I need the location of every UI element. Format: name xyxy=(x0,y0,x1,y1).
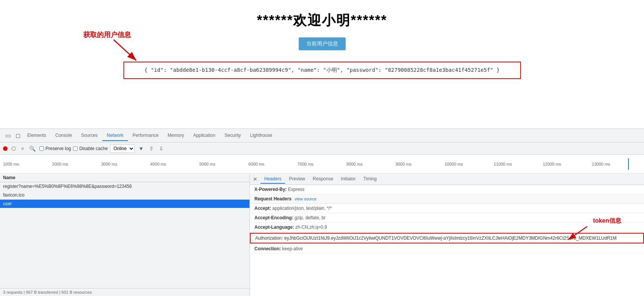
token-annotation-label: token信息 xyxy=(593,217,621,225)
clear-button[interactable]: ⎔ xyxy=(10,145,17,152)
devtools-panel: ▭ ◻ Elements Console Sources Network Per… xyxy=(0,129,644,296)
disable-cache-checkbox[interactable] xyxy=(73,146,78,151)
preserve-log-text: Preserve log xyxy=(45,146,71,151)
view-source-link[interactable]: view source xyxy=(295,197,317,201)
timeline-label-1: 1000 ms xyxy=(3,162,52,166)
tab-sources[interactable]: Sources xyxy=(76,130,102,141)
timeline-label-8: 8000 ms xyxy=(346,162,396,166)
devtools-tabs: ▭ ◻ Elements Console Sources Network Per… xyxy=(0,129,644,143)
xpoweredby-row: X-Powered-By: Express xyxy=(250,185,644,194)
detail-content: X-Powered-By: Express Request Headers vi… xyxy=(250,185,644,296)
xpoweredby-key: X-Powered-By: xyxy=(254,187,287,192)
detail-tab-preview[interactable]: Preview xyxy=(285,175,309,184)
request-item-register-name: register?name=%E5%B0%8F%E6%98%8E&passwor… xyxy=(3,184,132,189)
timeline-marker xyxy=(628,158,629,170)
devtools-responsive-button[interactable]: ◻ xyxy=(13,130,23,141)
accept-language-key: Accept-Language: xyxy=(254,225,294,230)
request-headers-section: Request Headers view source xyxy=(250,194,644,204)
token-annotation-arrow xyxy=(561,225,591,243)
request-item-favicon[interactable]: favicon.ico xyxy=(0,191,249,200)
json-display: { "id": "abdde8e1-b130-4ccf-a8cf-ba62389… xyxy=(123,62,521,79)
timeline-label-12: 12000 ms xyxy=(543,162,592,166)
user-info-button[interactable]: 当前用户信息 xyxy=(299,37,346,50)
network-throttle-select[interactable]: Online xyxy=(110,144,135,153)
request-list-header: Name xyxy=(0,174,249,182)
search-button[interactable]: 🔍 xyxy=(28,145,37,152)
request-item-register[interactable]: register?name=%E5%B0%8F%E6%98%8E&passwor… xyxy=(0,182,249,191)
detail-tab-headers[interactable]: Headers xyxy=(260,175,285,184)
preserve-log-label[interactable]: Preserve log xyxy=(39,146,71,151)
timeline-label-13: 13000 ms xyxy=(592,162,641,166)
request-item-favicon-name: favicon.ico xyxy=(3,192,25,198)
tab-memory[interactable]: Memory xyxy=(163,130,189,141)
timeline-label-10: 10000 ms xyxy=(444,162,494,166)
accept-language-val: zh-CN,zh;q=0.9 xyxy=(295,225,327,230)
timeline-label-5: 5000 ms xyxy=(199,162,248,166)
network-panel: Name register?name=%E5%B0%8F%E6%98%8E&pa… xyxy=(0,174,644,296)
import-button[interactable]: ⇧ xyxy=(148,145,155,152)
detail-close-button[interactable]: ✕ xyxy=(250,175,260,184)
request-item-user[interactable]: user xyxy=(0,200,249,208)
timeline-label-11: 11000 ms xyxy=(494,162,543,166)
devtools-dock-button[interactable]: ▭ xyxy=(3,130,13,141)
detail-tabs: ✕ Headers Preview Response Initiator Tim… xyxy=(250,174,644,185)
timeline-label-2: 2000 ms xyxy=(52,162,101,166)
timeline-label-7: 7000 ms xyxy=(298,162,347,166)
record-button[interactable] xyxy=(3,146,8,151)
throttle-arrow[interactable]: ▼ xyxy=(137,145,145,152)
request-item-user-name: user xyxy=(3,201,12,206)
xpoweredby-val: Express xyxy=(288,187,304,192)
svg-line-3 xyxy=(568,226,587,240)
detail-panel: ✕ Headers Preview Response Initiator Tim… xyxy=(250,174,644,296)
timeline-label-9: 9000 ms xyxy=(396,162,445,166)
detail-tab-timing[interactable]: Timing xyxy=(359,175,380,184)
accept-val: application/json, text/plain, */* xyxy=(272,206,332,211)
export-button[interactable]: ⇩ xyxy=(157,145,165,152)
detail-tab-initiator[interactable]: Initiator xyxy=(337,175,359,184)
tab-lighthouse[interactable]: Lighthouse xyxy=(245,130,277,141)
accept-row: Accept: application/json, text/plain, */… xyxy=(250,204,644,213)
accept-key: Accept: xyxy=(254,206,271,211)
main-page: ******欢迎小明****** 当前用户信息 获取的用户信息 { "id": … xyxy=(0,0,644,129)
tab-security[interactable]: Security xyxy=(220,130,245,141)
devtools-toolbar: ⎔ ▿ 🔍 Preserve log Disable cache Online … xyxy=(0,143,644,155)
accept-encoding-val: gzip, deflate, br xyxy=(295,215,326,220)
timeline-label-3: 3000 ms xyxy=(101,162,150,166)
disable-cache-label[interactable]: Disable cache xyxy=(73,146,108,151)
request-list-footer: 3 requests | 967 B transferred | 601 B r… xyxy=(0,288,249,296)
page-title: ******欢迎小明****** xyxy=(257,11,387,30)
request-headers-label: Request Headers xyxy=(254,196,292,201)
filter-button[interactable]: ▿ xyxy=(20,145,25,152)
auth-key: Authorization: xyxy=(255,236,283,241)
connection-key: Connection: xyxy=(254,246,281,251)
timeline-label-6: 6000 ms xyxy=(248,162,298,166)
svg-line-1 xyxy=(114,40,136,60)
disable-cache-text: Disable cache xyxy=(79,146,108,151)
timeline-labels: 1000 ms 2000 ms 3000 ms 4000 ms 5000 ms … xyxy=(0,155,644,173)
preserve-log-checkbox[interactable] xyxy=(39,146,44,151)
connection-val: keep-alive xyxy=(282,246,303,251)
network-timeline: 1000 ms 2000 ms 3000 ms 4000 ms 5000 ms … xyxy=(0,155,644,174)
accept-encoding-key: Accept-Encoding: xyxy=(254,215,293,220)
detail-tab-response[interactable]: Response xyxy=(309,175,337,184)
timeline-label-4: 4000 ms xyxy=(150,162,200,166)
tab-console[interactable]: Console xyxy=(51,130,76,141)
tab-network[interactable]: Network xyxy=(102,130,128,141)
tab-performance[interactable]: Performance xyxy=(128,130,163,141)
annotation-arrow xyxy=(110,36,148,66)
accept-encoding-row: Accept-Encoding: gzip, deflate, br xyxy=(250,213,644,223)
request-list: Name register?name=%E5%B0%8F%E6%98%8E&pa… xyxy=(0,174,250,296)
tab-elements[interactable]: Elements xyxy=(23,130,51,141)
tab-application[interactable]: Application xyxy=(189,130,220,141)
connection-row: Connection: keep-alive xyxy=(250,244,644,254)
